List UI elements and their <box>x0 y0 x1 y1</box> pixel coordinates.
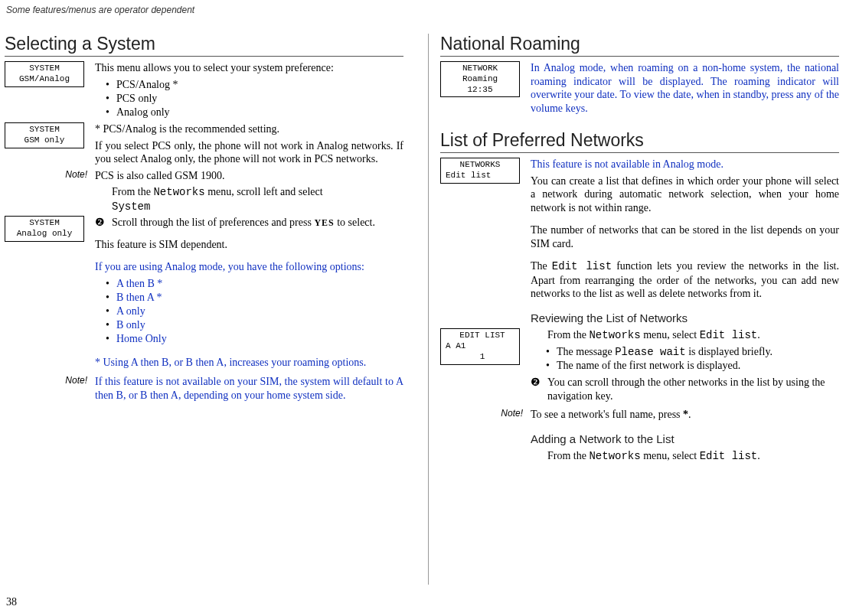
left-column: Selecting a System SYSTEM GSM/Analog Thi… <box>5 34 422 466</box>
screen-line: Edit list <box>441 171 519 181</box>
step-scroll-networks: You can scroll through the other network… <box>547 376 839 403</box>
screen-system-gsm-only: SYSTEM GSM only <box>5 122 84 148</box>
text-edit-list-function: The Edit list function lets you review t… <box>531 259 839 301</box>
sub-bullet: The message Please wait is displayed bri… <box>535 345 839 359</box>
note-label: Note! <box>5 375 95 386</box>
screen-line: 12:35 <box>441 85 519 96</box>
option-item: PCS only <box>95 92 403 106</box>
option-item: A then B * <box>95 277 403 291</box>
text-national-roaming: In Analog mode, when roaming on a non-ho… <box>531 61 839 115</box>
heading-national-roaming: National Roaming <box>440 34 839 57</box>
step-number-2: ❷ <box>95 216 112 230</box>
screen-line: SYSTEM <box>5 218 83 229</box>
note-label: Note! <box>5 169 95 180</box>
option-item: Analog only <box>95 106 403 119</box>
heading-selecting-system: Selecting a System <box>5 34 403 57</box>
step-from-networks: From the Networks menu, scroll left and … <box>112 185 403 213</box>
note-text: To see a network's full name, press *. <box>531 408 839 422</box>
step-scroll-select: Scroll through the list of preferences a… <box>112 216 403 230</box>
screen-line: SYSTEM <box>5 125 83 135</box>
screen-networks-edit-list: NETWORKS Edit list <box>440 158 520 184</box>
option-item: A only <box>95 305 403 318</box>
screen-system-gsm-analog: SYSTEM GSM/Analog <box>5 61 84 87</box>
screen-line: Analog only <box>5 229 83 240</box>
screen-line: Roaming <box>441 74 519 85</box>
step-add-from-networks: From the Networks menu, select Edit list… <box>547 449 839 464</box>
screen-line: NETWORK <box>441 64 519 74</box>
screen-edit-list: EDIT LIST A A1 1 <box>440 328 520 364</box>
text-analog-options: If you are using Analog mode, you have t… <box>95 260 403 274</box>
note-text: If this feature is not available on your… <box>95 375 403 402</box>
note-text: PCS is also called GSM 1900. <box>95 169 403 183</box>
step-number-2: ❷ <box>531 376 547 389</box>
header-note: Some features/menus are operator depende… <box>6 5 194 15</box>
heading-adding-network: Adding a Network to the List <box>531 432 839 447</box>
note-label: Note! <box>440 408 531 419</box>
step-from-networks-edit: From the Networks menu, select Edit list… <box>547 328 839 343</box>
intro-text: This menu allows you to select your syst… <box>95 61 403 75</box>
text-sim-dependent: This feature is SIM dependent. <box>95 238 403 252</box>
screen-network-roaming: NETWORK Roaming 12:35 <box>440 61 520 97</box>
screen-line: SYSTEM <box>5 64 83 74</box>
screen-line: GSM/Analog <box>5 74 83 85</box>
text-pcs-analog-explain: If you select PCS only, the phone will n… <box>95 139 403 166</box>
screen-line: NETWORKS <box>441 160 519 171</box>
screen-line: A A1 <box>446 341 519 352</box>
text-not-available-analog: This feature is not available in Analog … <box>531 158 839 171</box>
right-column: National Roaming NETWORK Roaming 12:35 I… <box>422 34 839 466</box>
screen-line: 1 <box>446 352 519 363</box>
text-num-networks: The number of networks that can be store… <box>531 223 839 250</box>
sub-bullet: The name of the first network is display… <box>535 359 839 373</box>
heading-reviewing-list: Reviewing the List of Networks <box>531 311 839 326</box>
heading-preferred-networks: List of Preferred Networks <box>440 130 839 153</box>
page-columns: Selecting a System SYSTEM GSM/Analog Thi… <box>5 34 841 466</box>
screen-line: GSM only <box>5 135 83 146</box>
option-item: Home Only <box>95 332 403 346</box>
option-item: B then A * <box>95 291 403 305</box>
text-create-list: You can create a list that defines in wh… <box>531 174 839 215</box>
text-recommended: * PCS/Analog is the recommended setting. <box>95 122 403 136</box>
option-item: PCS/Analog * <box>95 78 403 92</box>
option-item: B only <box>95 318 403 332</box>
screen-system-analog-only: SYSTEM Analog only <box>5 216 84 242</box>
page-number: 38 <box>6 596 17 608</box>
screen-line: EDIT LIST <box>446 331 519 341</box>
text-roaming-options: * Using A then B, or B then A, increases… <box>95 356 403 370</box>
